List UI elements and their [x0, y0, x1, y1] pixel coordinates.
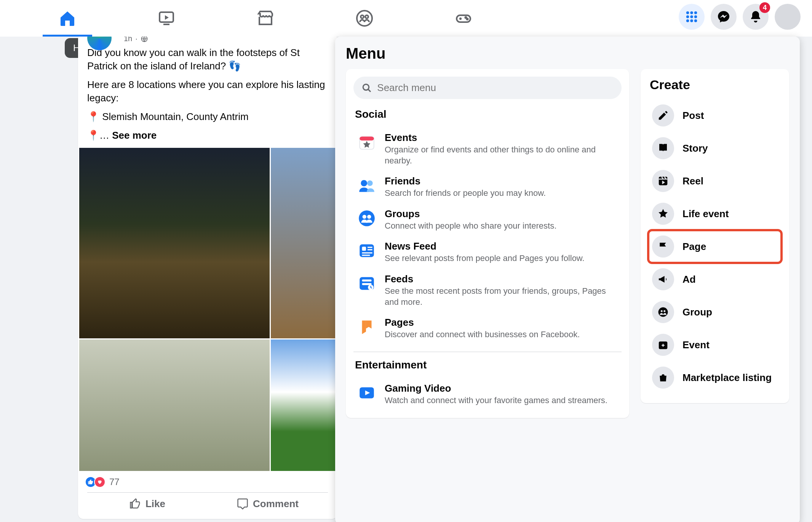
create-post[interactable]: Post [648, 99, 782, 132]
account-avatar[interactable] [775, 4, 801, 30]
create-panel: Create Post Story Reel Life event Page [641, 69, 789, 403]
topbar-right: 4 [679, 4, 801, 30]
feeds-icon [356, 273, 377, 294]
like-label: Like [145, 498, 165, 510]
menu-item-newsfeed[interactable]: News Feed See relevant posts from people… [353, 236, 622, 269]
see-more[interactable]: See more [112, 130, 157, 141]
menu-title: Menu [346, 45, 789, 62]
menu-item-friends[interactable]: Friends Search for friends or people you… [353, 171, 622, 203]
newsfeed-icon [356, 240, 377, 261]
post-line1: Did you know you can walk in the footste… [87, 46, 328, 73]
menu-item-feeds[interactable]: Feeds See the most recent posts from you… [353, 269, 622, 312]
section-entertainment-heading: Entertainment [355, 359, 620, 371]
post-actions: Like Comment [87, 492, 328, 515]
love-reaction-icon [94, 476, 105, 488]
messenger-button[interactable] [711, 4, 737, 30]
edit-icon [652, 104, 674, 126]
menu-search-input[interactable] [377, 82, 613, 94]
notification-badge: 4 [759, 2, 770, 13]
gaming-video-icon [356, 383, 377, 403]
svg-rect-42 [659, 177, 668, 186]
nav-home[interactable] [43, 1, 92, 35]
svg-point-17 [690, 19, 693, 22]
svg-rect-33 [368, 247, 372, 248]
create-label: Life event [683, 208, 729, 220]
nav-marketplace[interactable] [241, 1, 290, 35]
svg-point-11 [690, 11, 693, 14]
create-label: Post [683, 110, 704, 122]
svg-point-13 [686, 15, 689, 18]
menu-item-events[interactable]: Events Organize or find events and other… [353, 127, 622, 171]
friends-icon [356, 175, 377, 196]
search-icon [362, 83, 372, 93]
create-label: Marketplace listing [683, 372, 772, 384]
post-reactions[interactable]: 77 [78, 471, 337, 488]
menu-left-column: Social Events Organize or find events an… [346, 69, 629, 418]
create-marketplace-listing[interactable]: Marketplace listing [648, 361, 782, 394]
post-loc1: 📍 Slemish Mountain, County Antrim [87, 110, 328, 123]
create-heading: Create [650, 77, 780, 92]
bag-icon [652, 367, 674, 389]
menu-item-gaming-video[interactable]: Gaming Video Watch and connect with your… [353, 378, 622, 411]
svg-point-2 [357, 11, 372, 26]
menu-search[interactable] [353, 77, 622, 99]
svg-rect-38 [362, 280, 372, 282]
svg-point-3 [361, 15, 364, 18]
menu-panel: Menu Social Events Organize or find even… [335, 37, 800, 522]
post-body: Did you know you can walk in the footste… [78, 46, 337, 143]
menu-item-groups[interactable]: Groups Connect with people who share you… [353, 203, 622, 236]
menu-item-desc: Discover and connect with businesses on … [385, 329, 580, 340]
megaphone-icon [652, 268, 674, 290]
menu-item-pages[interactable]: Pages Discover and connect with business… [353, 312, 622, 345]
svg-point-30 [367, 215, 371, 218]
reaction-icons [87, 476, 105, 488]
svg-point-14 [690, 15, 693, 18]
like-button[interactable]: Like [87, 493, 208, 515]
photo-grid [78, 148, 337, 471]
notifications-button[interactable]: 4 [743, 4, 769, 30]
svg-rect-35 [362, 253, 372, 254]
svg-rect-32 [362, 247, 366, 251]
create-life-event[interactable]: Life event [648, 197, 782, 230]
create-ad[interactable]: Ad [648, 263, 782, 296]
post-photo-3[interactable] [79, 339, 270, 471]
nav-gaming[interactable] [439, 1, 488, 35]
svg-point-28 [359, 210, 375, 226]
svg-rect-36 [362, 255, 370, 256]
svg-point-29 [363, 215, 366, 218]
menu-button[interactable] [679, 4, 705, 30]
post-photo-1[interactable] [79, 148, 270, 338]
menu-item-desc: Watch and connect with your favorite gam… [385, 395, 607, 406]
watch-icon [157, 9, 176, 27]
comment-label: Comment [253, 498, 299, 510]
pages-icon [356, 317, 377, 337]
create-event[interactable]: Event [648, 328, 782, 361]
svg-point-12 [694, 11, 697, 14]
post-photo-4[interactable] [271, 339, 337, 471]
comment-button[interactable]: Comment [208, 493, 328, 515]
reel-icon [652, 170, 674, 192]
create-story[interactable]: Story [648, 132, 782, 165]
menu-item-title: Events [385, 132, 619, 144]
messenger-icon [717, 10, 730, 24]
svg-point-27 [367, 181, 373, 186]
create-label: Ad [683, 274, 696, 285]
svg-rect-34 [368, 249, 372, 250]
create-label: Story [683, 143, 708, 154]
create-page[interactable]: Page [648, 230, 782, 263]
menu-item-title: Feeds [385, 273, 619, 285]
create-reel[interactable]: Reel [648, 165, 782, 197]
grid-icon [685, 10, 699, 24]
star-icon [652, 203, 674, 225]
post-photo-2[interactable] [271, 148, 337, 338]
svg-point-10 [686, 11, 689, 14]
menu-item-title: Pages [385, 317, 580, 328]
menu-item-title: Gaming Video [385, 383, 607, 394]
svg-point-22 [363, 84, 369, 90]
menu-item-desc: See relevant posts from people and Pages… [385, 253, 585, 264]
nav-watch[interactable] [142, 1, 191, 35]
home-icon [58, 9, 77, 27]
menu-item-title: Friends [385, 175, 546, 187]
create-group[interactable]: Group [648, 296, 782, 328]
nav-groups[interactable] [340, 1, 389, 35]
